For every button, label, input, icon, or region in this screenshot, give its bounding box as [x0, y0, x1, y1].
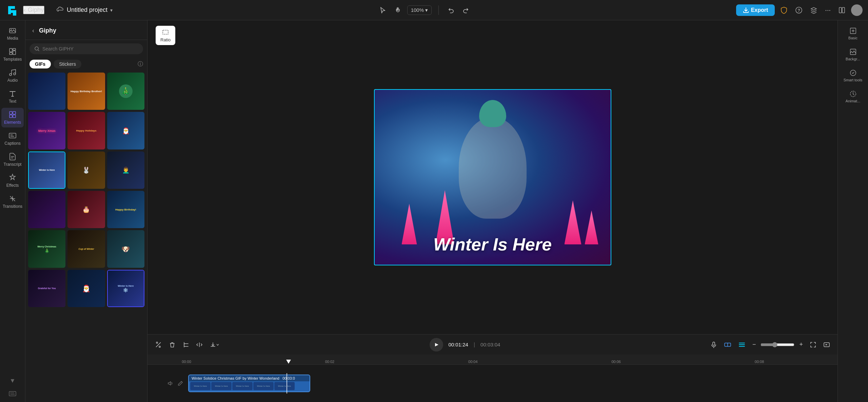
shield-icon	[780, 6, 788, 14]
help-icon: ?	[795, 6, 803, 14]
gif-item[interactable]: 🎅	[67, 270, 105, 307]
gif-item[interactable]: 🐶	[107, 230, 144, 267]
gif-item[interactable]: Merry Christmas 🎄	[28, 230, 65, 267]
basic-icon	[849, 27, 857, 35]
video-content: Winter Is Here	[375, 90, 611, 265]
center-area: Ratio	[147, 20, 837, 402]
delete-button[interactable]	[167, 340, 177, 350]
gif-item[interactable]: Winter Is Here ❄️	[107, 270, 144, 307]
tab-stickers[interactable]: Stickers	[54, 60, 81, 68]
sidebar-item-transcript[interactable]: Transcript	[1, 150, 24, 169]
video-frame[interactable]: Winter Is Here	[374, 89, 611, 265]
sidebar-item-effects[interactable]: Effects	[1, 171, 24, 190]
info-button[interactable]: ⓘ	[138, 61, 143, 68]
sidebar-transcript-label: Transcript	[4, 162, 22, 167]
search-input[interactable]	[42, 46, 138, 52]
layout-toggle-button[interactable]	[836, 4, 848, 16]
gif-item[interactable]	[28, 191, 65, 228]
gif-item[interactable]: 👨‍🦱	[107, 152, 144, 189]
split-button[interactable]	[722, 339, 733, 350]
zoom-slider-area[interactable]	[761, 342, 794, 347]
cloud-icon	[57, 6, 64, 14]
more-options-button[interactable]: ···	[823, 4, 833, 16]
giphy-search-bar[interactable]	[29, 43, 143, 54]
gif-item[interactable]: 🎂	[67, 191, 105, 228]
project-name-area[interactable]: Untitled project ▾	[57, 6, 113, 14]
preview-button[interactable]	[821, 339, 832, 350]
back-button[interactable]: ‹ Giphy	[23, 6, 44, 14]
right-sidebar-animate[interactable]: Animat...	[840, 87, 867, 106]
download-button[interactable]	[208, 340, 221, 350]
gif-item[interactable]: Grateful for You	[28, 270, 65, 307]
redo-button[interactable]	[460, 5, 471, 16]
fullscreen-button[interactable]	[808, 339, 818, 350]
flip-button[interactable]	[194, 340, 204, 350]
zoom-slider[interactable]	[761, 342, 794, 347]
thumb-label: Winter Is Here	[236, 385, 249, 387]
download-icon	[210, 342, 216, 348]
video-overlay-text: Winter Is Here	[433, 234, 552, 255]
sidebar-media-label: Media	[7, 36, 18, 41]
giphy-header: ‹ Giphy	[25, 20, 147, 40]
shield-button[interactable]	[778, 4, 790, 16]
zoom-in-button[interactable]: +	[797, 339, 805, 350]
right-sidebar-background[interactable]: Backgr...	[840, 45, 867, 64]
panel-back-button[interactable]: ‹	[30, 25, 36, 36]
volume-button[interactable]	[166, 379, 174, 387]
zoom-out-button[interactable]: −	[750, 339, 758, 350]
select-tool-button[interactable]	[377, 5, 388, 16]
microphone-button[interactable]	[708, 339, 719, 350]
undo-button[interactable]	[446, 5, 456, 16]
gif-item[interactable]: 🎅	[107, 112, 144, 149]
gif-item[interactable]: Happy Holidays	[67, 112, 105, 149]
sidebar-item-media[interactable]: Media	[1, 24, 24, 43]
transcript-icon	[8, 153, 17, 161]
sidebar-item-captions[interactable]: Captions	[1, 129, 24, 148]
edit-button[interactable]	[176, 379, 184, 387]
gif-track[interactable]: Winter Solstice Christmas GIF by Winter …	[188, 375, 310, 392]
ratio-button[interactable]: Ratio	[156, 26, 175, 45]
play-button[interactable]	[430, 338, 443, 351]
right-sidebar-smart-tools[interactable]: Smart tools	[840, 66, 867, 85]
align-button[interactable]	[736, 339, 748, 350]
gif-item[interactable]: Winter is Here	[28, 152, 65, 189]
trim-icon	[155, 341, 162, 348]
svg-rect-13	[9, 53, 12, 55]
thumb-label: Winter Is Here	[215, 385, 228, 387]
gif-item[interactable]: 🐰	[67, 152, 105, 189]
right-smart-tools-label: Smart tools	[844, 78, 863, 82]
sidebar-collapse-button[interactable]: ▼	[7, 375, 18, 387]
zoom-control[interactable]: 100% ▾	[407, 5, 432, 15]
gif-item[interactable]: 🎄	[107, 73, 144, 110]
right-sidebar-basic[interactable]: Basic	[840, 24, 867, 43]
user-avatar[interactable]	[851, 4, 863, 16]
export-button[interactable]: Export	[736, 4, 775, 16]
trash-icon	[169, 342, 175, 348]
track-duration: 00:03:0	[282, 376, 295, 380]
sidebar-item-elements[interactable]: Elements	[1, 108, 24, 127]
ellipsis-icon: ···	[825, 6, 831, 14]
gif-item[interactable]: Merry Xmas	[28, 112, 65, 149]
sidebar-item-text[interactable]: Text	[1, 87, 24, 106]
layers-button[interactable]	[808, 4, 820, 16]
split-icon	[724, 341, 731, 348]
gif-item[interactable]: Happy Birthday Brother!	[67, 73, 105, 110]
svg-rect-21	[9, 391, 16, 396]
crop-button[interactable]	[181, 340, 191, 350]
volume-icon	[167, 380, 173, 386]
sidebar-item-templates[interactable]: Templates	[1, 45, 24, 64]
sidebar-elements-label: Elements	[4, 120, 21, 125]
thumb-label: Winter Is Here	[278, 385, 291, 387]
sidebar-item-transitions[interactable]: Transitions	[1, 192, 24, 212]
help-button[interactable]: ?	[793, 4, 805, 16]
hand-tool-button[interactable]	[392, 5, 403, 16]
gif-label: Happy Holidays	[75, 128, 97, 133]
gif-item[interactable]	[28, 73, 65, 110]
tab-gifs[interactable]: GIFs	[29, 60, 51, 68]
trim-tool-button[interactable]	[153, 339, 164, 350]
sidebar-item-audio[interactable]: Audio	[1, 66, 24, 85]
time-mark-1: 00:02	[325, 360, 335, 364]
gif-item[interactable]: Happy Birthday!	[107, 191, 144, 228]
right-background-label: Backgr...	[846, 57, 860, 61]
gif-item[interactable]: Cup of Winter	[67, 230, 105, 267]
